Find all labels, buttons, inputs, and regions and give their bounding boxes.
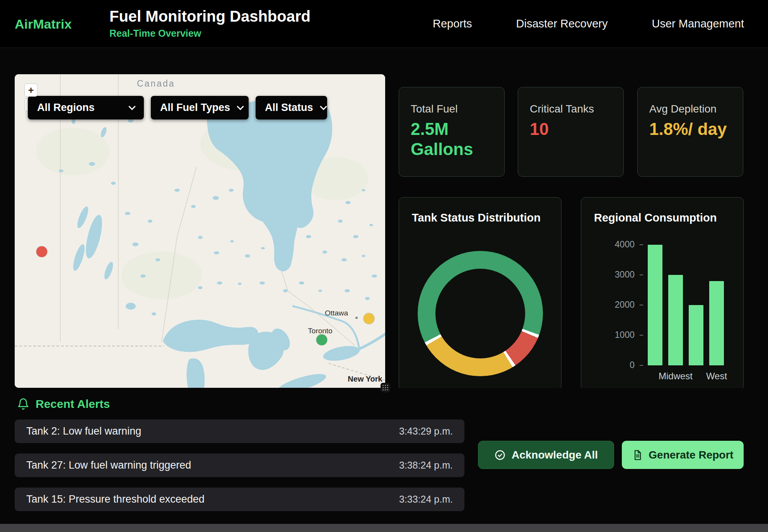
map-resize-handle[interactable] — [381, 383, 390, 392]
chevron-down-icon — [237, 103, 244, 110]
document-icon — [632, 450, 643, 460]
alerts-title: Recent Alerts — [36, 397, 110, 411]
tank-status-donut — [418, 251, 543, 376]
drag-dots-icon — [382, 384, 389, 391]
alert-message: Tank 2: Low fuel warning — [26, 425, 141, 437]
alert-row[interactable]: Tank 15: Pressure threshold exceeded 3:3… — [15, 488, 464, 511]
alert-timestamp: 3:33:24 p.m. — [399, 494, 453, 505]
y-tick-label: 0 — [630, 360, 635, 370]
acknowledge-all-label: Acknowledge All — [512, 449, 598, 461]
y-tick-mark — [640, 275, 643, 275]
regional-consumption-title: Regional Consumption — [594, 211, 717, 224]
y-tick-mark — [640, 365, 643, 366]
app-header: AirMatrix Fuel Monitoring Dashboard Real… — [0, 0, 768, 48]
tank-marker-ottawa[interactable] — [364, 313, 374, 324]
filter-regions-label: All Regions — [37, 102, 95, 114]
y-tick-mark — [640, 335, 643, 336]
y-tick-mark — [640, 305, 643, 305]
nav-reports[interactable]: Reports — [433, 17, 472, 30]
filter-fuel-types-label: All Fuel Types — [160, 102, 230, 114]
bar-3 — [709, 281, 724, 365]
alert-message: Tank 27: Low fuel warning triggered — [26, 459, 191, 471]
chevron-down-icon — [320, 103, 327, 110]
alert-message: Tank 15: Pressure threshold exceeded — [26, 493, 205, 505]
stat-card-critical-tanks: Critical Tanks 10 — [518, 87, 624, 177]
regional-consumption-card: Regional Consumption 01000200030004000 M… — [581, 197, 744, 390]
regional-consumption-plot — [648, 245, 724, 365]
page-subtitle: Real-Time Overview — [109, 28, 311, 39]
stat-label: Avg Depletion — [649, 103, 731, 115]
bar-1 — [668, 275, 683, 365]
recent-alerts-section: Recent Alerts Tank 2: Low fuel warning 3… — [0, 388, 768, 524]
alert-row[interactable]: Tank 27: Low fuel warning triggered 3:38… — [15, 454, 464, 477]
alert-timestamp: 3:38:24 p.m. — [399, 460, 453, 471]
title-block: Fuel Monitoring Dashboard Real-Time Over… — [109, 8, 311, 39]
tank-marker-toronto[interactable] — [316, 334, 327, 345]
x-category-label: West — [706, 371, 727, 382]
nav-disaster-recovery[interactable]: Disaster Recovery — [516, 17, 608, 30]
generate-report-label: Generate Report — [649, 449, 733, 461]
map-label-new-york: New York — [348, 375, 382, 383]
alert-row[interactable]: Tank 2: Low fuel warning 3:43:29 p.m. — [15, 419, 464, 443]
map-canvas: Canada Ottawa Toronto New York — [15, 74, 385, 388]
map-label-toronto: Toronto — [308, 327, 332, 335]
brand-logo[interactable]: AirMatrix — [15, 16, 72, 31]
stat-card-avg-depletion: Avg Depletion 1.8%/ day — [637, 87, 743, 177]
alert-timestamp: 3:43:29 p.m. — [399, 426, 453, 437]
y-tick-label: 3000 — [615, 269, 635, 280]
window-bottom-strip — [0, 524, 768, 532]
chevron-down-icon — [128, 103, 135, 110]
y-tick-label: 1000 — [615, 330, 635, 340]
bar-0 — [648, 245, 662, 365]
acknowledge-all-button[interactable]: Acknowledge All — [478, 441, 614, 469]
stat-value: 2.5M Gallons — [411, 119, 493, 159]
filter-regions-dropdown[interactable]: All Regions — [28, 96, 144, 119]
map-label-ottawa: Ottawa — [325, 309, 348, 317]
tank-marker-critical[interactable] — [36, 246, 47, 257]
donut-hole — [435, 269, 525, 358]
ottawa-city-dot — [355, 316, 358, 319]
page-title: Fuel Monitoring Dashboard — [109, 8, 311, 25]
tank-status-title: Tank Status Distribution — [412, 211, 541, 224]
stat-label: Total Fuel — [411, 103, 493, 115]
tank-status-card: Tank Status Distribution — [399, 197, 561, 390]
alerts-header: Recent Alerts — [17, 397, 110, 411]
check-circle-icon — [494, 449, 506, 461]
regional-consumption-y-axis: 01000200030004000 — [597, 245, 640, 365]
main-nav: Reports Disaster Recovery User Managemen… — [433, 0, 744, 48]
x-category-label: Midwest — [659, 371, 693, 382]
stat-value: 1.8%/ day — [649, 119, 731, 139]
map-label-canada: Canada — [137, 78, 175, 89]
regional-consumption-x-axis: MidwestWest — [648, 368, 724, 382]
filter-status-dropdown[interactable]: All Status — [256, 96, 327, 119]
y-tick-label: 2000 — [615, 300, 635, 310]
stat-label: Critical Tanks — [530, 103, 612, 115]
stat-card-total-fuel: Total Fuel 2.5M Gallons — [399, 87, 505, 177]
filter-status-label: All Status — [265, 102, 313, 114]
y-tick-label: 4000 — [615, 239, 635, 250]
generate-report-button[interactable]: Generate Report — [622, 441, 744, 469]
filter-fuel-types-dropdown[interactable]: All Fuel Types — [151, 96, 249, 119]
nav-user-management[interactable]: User Management — [652, 17, 744, 30]
map-zoom-in-button[interactable]: + — [24, 84, 38, 97]
fuel-map[interactable]: Canada Ottawa Toronto New York + − All R… — [15, 74, 385, 388]
bar-2 — [689, 305, 703, 365]
map-filter-bar: All Regions All Fuel Types All Status — [28, 96, 327, 119]
y-tick-mark — [640, 244, 643, 245]
stat-value: 10 — [530, 119, 612, 139]
bell-icon — [17, 398, 29, 410]
